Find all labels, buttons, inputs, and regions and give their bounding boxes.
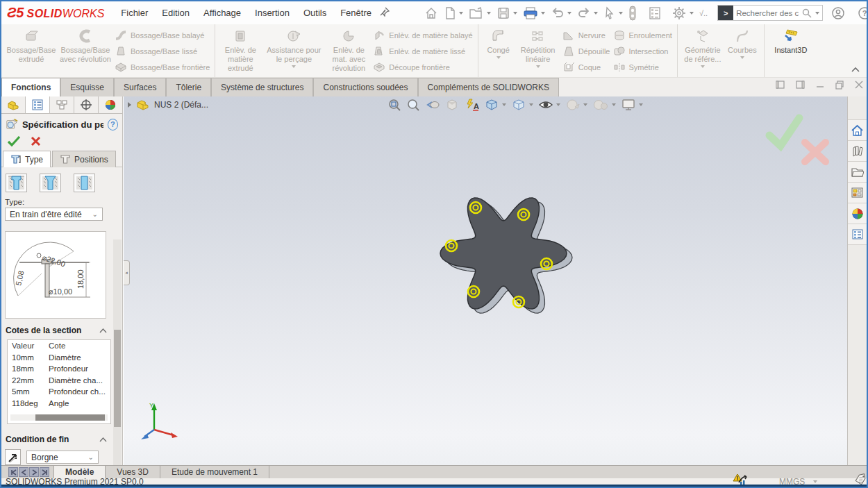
hole-wizard-caret[interactable]: [292, 65, 296, 68]
options-slider-icon[interactable]: [626, 6, 640, 21]
graphics-viewport[interactable]: NUS 2 (Défa... A Y: [124, 96, 850, 465]
menu-fichier[interactable]: Fichier: [114, 8, 155, 18]
view-palette-button[interactable]: [848, 183, 867, 203]
feature-manager-tab[interactable]: [1, 96, 26, 113]
properties-list-icon[interactable]: [645, 6, 665, 20]
search-input[interactable]: [733, 9, 801, 17]
design-library-button[interactable]: [848, 141, 867, 162]
search-caret[interactable]: [815, 12, 819, 15]
panel-vscrollbar[interactable]: [113, 239, 122, 476]
curves-button[interactable]: Courbes: [724, 26, 760, 76]
custom-properties-button[interactable]: [848, 224, 867, 245]
menu-edition[interactable]: Edition: [155, 8, 197, 18]
previous-view-icon[interactable]: [424, 98, 442, 112]
edit-appearance-icon[interactable]: [564, 98, 589, 112]
instant3d-button[interactable]: Instant3D: [768, 26, 814, 76]
cancel-button[interactable]: [31, 136, 41, 146]
redo-caret[interactable]: [594, 12, 598, 15]
ribbon-collapse-icon[interactable]: [851, 65, 860, 74]
collapse-chevron-icon[interactable]: [99, 328, 107, 333]
help-icon[interactable]: ?: [858, 6, 868, 20]
view-settings-icon[interactable]: [619, 98, 644, 112]
end-condition-dropdown[interactable]: Borgne ⌄: [26, 451, 99, 464]
doc-minimize-icon[interactable]: [815, 80, 825, 90]
undo-caret[interactable]: [567, 12, 571, 15]
settings-caret[interactable]: [690, 12, 694, 15]
hole-wizard-button[interactable]: Assistance pour le perçage: [262, 26, 326, 76]
confirmation-corner[interactable]: [761, 109, 837, 168]
property-manager-tab[interactable]: [26, 96, 50, 113]
view-orientation-icon[interactable]: [483, 98, 508, 112]
toolbar-overflow-icon[interactable]: √..: [696, 9, 710, 17]
panel-help-button[interactable]: ?: [108, 119, 118, 131]
table-hscroll-thumb[interactable]: [35, 414, 105, 421]
view-orientation-caret[interactable]: [502, 103, 506, 106]
panel-vscroll-thumb[interactable]: [114, 330, 121, 427]
account-icon[interactable]: [831, 6, 845, 20]
redo-icon[interactable]: [574, 7, 601, 19]
collapse-chevron-icon[interactable]: [99, 437, 107, 442]
prev-tab-button[interactable]: [19, 467, 28, 477]
cut-extrude-button[interactable]: Enlèv. de matière extrudé: [219, 26, 262, 76]
menu-insertion[interactable]: Insertion: [248, 8, 297, 18]
open-caret[interactable]: [487, 12, 491, 15]
menu-outils[interactable]: Outils: [297, 8, 333, 18]
zoom-area-icon[interactable]: [405, 98, 422, 112]
pane-left-icon[interactable]: [775, 80, 785, 90]
section-view-icon[interactable]: [444, 98, 460, 112]
save-icon[interactable]: [494, 6, 520, 20]
zoom-fit-icon[interactable]: [386, 98, 403, 112]
boss-loft-button[interactable]: Bossage/Base lissé: [115, 44, 210, 58]
table-hscrollbar[interactable]: [10, 414, 108, 421]
fillet-button[interactable]: Congé: [482, 26, 515, 76]
next-tab-button[interactable]: [29, 467, 39, 477]
wrap-button[interactable]: Enroulement: [613, 28, 672, 42]
home-icon[interactable]: [422, 6, 441, 20]
subtab-positions[interactable]: Positions: [52, 151, 116, 167]
edit-appearance-caret[interactable]: [583, 103, 587, 106]
table-row[interactable]: 10mmDiamètre: [8, 352, 110, 364]
file-explorer-button[interactable]: [848, 162, 867, 183]
hole-type-countersink-button[interactable]: [40, 174, 61, 192]
dim-hole-depth[interactable]: 18,00: [76, 269, 85, 289]
draft-button[interactable]: Dépouille: [562, 44, 610, 58]
ok-button[interactable]: [7, 135, 21, 146]
save-caret[interactable]: [513, 12, 517, 15]
doc-restore-icon[interactable]: [835, 80, 844, 90]
boss-extrude-button[interactable]: Bossage/Base extrudé: [5, 26, 58, 76]
curves-caret[interactable]: [740, 56, 744, 59]
units-selector[interactable]: MMGS: [779, 477, 817, 487]
menu-fenetre[interactable]: Fenêtre: [333, 8, 378, 18]
reference-geometry-button[interactable]: Géométrie de référe...: [681, 26, 724, 76]
reverse-direction-button[interactable]: [5, 449, 21, 465]
shell-button[interactable]: Coque: [562, 60, 610, 74]
cut-revolve-button[interactable]: Enlèv. de mat. avec révolution: [326, 26, 372, 76]
pane-right-icon[interactable]: [795, 80, 806, 90]
tree-root-label[interactable]: NUS 2 (Défa...: [154, 100, 208, 110]
panel-splitter-handle[interactable]: ◂: [124, 260, 130, 285]
table-row[interactable]: 18mmProfondeur: [8, 363, 110, 375]
table-row[interactable]: 5mmProfondeur ch...: [8, 386, 110, 398]
intersect-button[interactable]: Intersection: [613, 44, 672, 58]
hide-show-items-icon[interactable]: [537, 98, 562, 112]
tree-expand-icon[interactable]: [128, 102, 131, 108]
tab-constructions-soudees[interactable]: Constructions soudées: [313, 78, 417, 96]
last-tab-button[interactable]: [40, 467, 49, 477]
new-document-icon[interactable]: [441, 6, 466, 20]
print-icon[interactable]: [520, 6, 548, 20]
dim-cbore-depth[interactable]: 5,08: [14, 270, 25, 286]
apply-scene-icon[interactable]: [591, 98, 617, 112]
display-style-caret[interactable]: [529, 103, 533, 106]
subtab-type[interactable]: Type: [3, 151, 51, 167]
reference-geometry-caret[interactable]: [701, 65, 705, 68]
boss-sweep-button[interactable]: Bossage/Base balayé: [115, 28, 210, 42]
select-icon[interactable]: [601, 6, 626, 20]
linear-pattern-caret[interactable]: [536, 65, 540, 68]
dim-hole-diameter[interactable]: ⌀10,00: [49, 287, 72, 296]
display-manager-tab[interactable]: [99, 96, 122, 113]
search-icon[interactable]: [801, 8, 812, 19]
fillet-caret[interactable]: [496, 56, 501, 59]
table-row[interactable]: 22mmDiamètre cha...: [8, 375, 110, 387]
boss-revolve-button[interactable]: Bossage/Base avec révolution: [58, 26, 113, 76]
boss-boundary-button[interactable]: Bossage/Base frontière: [115, 60, 210, 74]
